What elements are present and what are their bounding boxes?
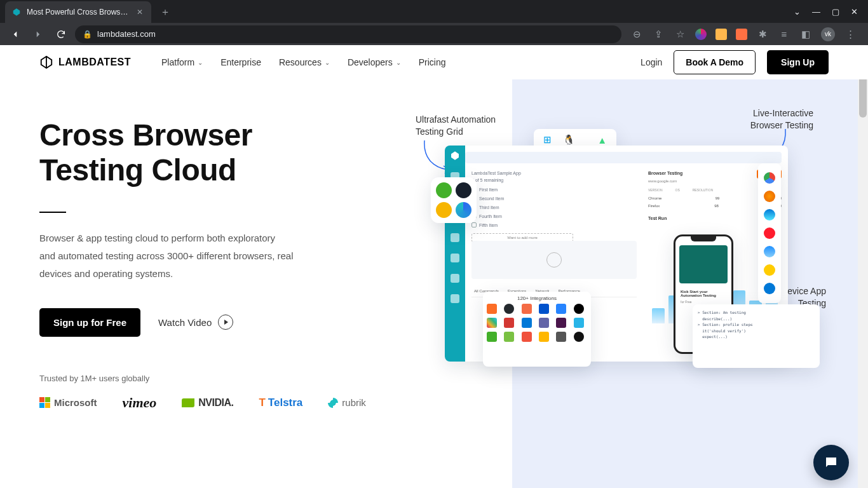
selenium-icon xyxy=(436,182,452,198)
dash-video xyxy=(471,241,637,279)
brand-microsoft: Microsoft xyxy=(39,397,97,408)
hero-left: Cross Browser Testing Cloud Browser & ap… xyxy=(39,118,363,411)
integration-icon xyxy=(539,332,549,342)
nav-platform[interactable]: Platform⌄ xyxy=(161,57,203,67)
chevron-down-icon: ⌄ xyxy=(198,59,203,66)
logo-icon xyxy=(450,151,460,161)
nav-pricing[interactable]: Pricing xyxy=(419,57,446,67)
profile-avatar[interactable]: vk xyxy=(821,27,835,41)
extension-icon[interactable] xyxy=(695,29,707,40)
signup-button[interactable]: Sign Up xyxy=(767,50,829,74)
integrations-title: 120+ Integrations xyxy=(487,295,587,301)
circleci-icon xyxy=(574,304,584,314)
tool-badge xyxy=(431,177,477,223)
dash-topbar xyxy=(465,152,782,163)
login-link[interactable]: Login xyxy=(641,57,662,67)
tab-favicon-icon xyxy=(11,7,22,17)
yandex-icon xyxy=(764,264,775,276)
trusted-section: Trusted by 1M+ users globally Microsoft … xyxy=(39,374,363,411)
watch-video-label: Watch Video xyxy=(158,317,212,328)
extension-icon[interactable] xyxy=(736,29,747,40)
window-controls: ⌄ — ▢ ✕ xyxy=(794,0,868,23)
hero-divider xyxy=(39,212,66,213)
new-tab-button[interactable]: ＋ xyxy=(156,3,174,21)
main-nav: Platform⌄ Enterprise Resources⌄ Develope… xyxy=(161,57,445,67)
list-item: Fourth Item xyxy=(471,212,573,220)
ie-icon xyxy=(764,283,775,294)
kebab-menu-icon[interactable]: ⋮ xyxy=(844,28,857,41)
chevron-down-icon: ⌄ xyxy=(396,59,401,66)
maximize-icon[interactable]: ▢ xyxy=(832,7,839,17)
chat-fab[interactable] xyxy=(813,445,849,480)
integration-icon xyxy=(522,332,532,342)
integration-icon xyxy=(504,332,514,342)
tab-title: Most Powerful Cross Browser Tes xyxy=(27,8,130,17)
page-content: LAMBDATEST Platform⌄ Enterprise Resource… xyxy=(0,45,868,488)
playlist-icon[interactable]: ≡ xyxy=(778,28,790,41)
omnibox[interactable]: 🔒 lambdatest.com xyxy=(75,25,621,43)
github-icon xyxy=(504,304,514,314)
sidebar-icon xyxy=(451,294,459,303)
chrome-icon xyxy=(764,172,775,184)
jenkins-icon xyxy=(504,318,514,328)
nav-resources[interactable]: Resources⌄ xyxy=(279,57,330,67)
nav-developers[interactable]: Developers⌄ xyxy=(348,57,401,67)
rubrik-icon xyxy=(328,398,338,408)
edge-icon xyxy=(764,209,775,220)
sample-app-title: LambdaTest Sample App xyxy=(471,171,573,175)
phone-sub: for Free xyxy=(675,300,731,304)
nvidia-icon xyxy=(182,398,194,407)
trusted-logos: Microsoft vimeo NVIDIA. TTelstra rubrik xyxy=(39,395,363,411)
signup-free-button[interactable]: Sign up for Free xyxy=(39,308,140,337)
minimize-icon[interactable]: — xyxy=(812,7,820,17)
extension-icon[interactable] xyxy=(715,29,727,40)
teams-icon xyxy=(539,318,549,328)
close-window-icon[interactable]: ✕ xyxy=(851,7,858,17)
sidebar-icon xyxy=(451,274,459,283)
brand-rubrik: rubrik xyxy=(328,397,366,408)
tab-bar: Most Powerful Cross Browser Tes ✕ ＋ ⌄ — … xyxy=(0,0,868,23)
zoom-icon[interactable]: ⊖ xyxy=(630,28,643,41)
list-item: First Item xyxy=(471,185,573,194)
logo-icon xyxy=(39,55,53,69)
browser-tab[interactable]: Most Powerful Cross Browser Tes ✕ xyxy=(5,1,151,23)
asana-icon xyxy=(522,304,532,314)
extensions-puzzle-icon[interactable]: ✱ xyxy=(756,28,769,41)
chevron-down-icon[interactable]: ⌄ xyxy=(794,7,801,17)
firefox-icon xyxy=(764,191,775,202)
code-panel: > Section: Am testing describe(...) > Se… xyxy=(693,304,820,368)
slack-icon xyxy=(487,318,497,328)
chat-icon xyxy=(824,455,839,470)
back-button[interactable] xyxy=(6,25,24,43)
share-icon[interactable]: ⇪ xyxy=(652,28,665,41)
omnibox-url: lambdatest.com xyxy=(97,29,156,39)
safari-icon xyxy=(764,246,775,257)
callout-automation: Ultrafast Automation Testing Grid xyxy=(416,114,511,138)
integration-icon xyxy=(556,318,566,328)
integrations-panel: 120+ Integrations xyxy=(483,292,591,367)
browser-strip xyxy=(758,163,781,303)
play-icon xyxy=(218,315,233,330)
watch-video-link[interactable]: Watch Video xyxy=(158,315,233,330)
side-panel-icon[interactable]: ◧ xyxy=(799,28,812,41)
phone-headline: Kick Start your Automation Testing xyxy=(675,287,731,300)
brand-nvidia: NVIDIA. xyxy=(182,397,233,409)
reload-button[interactable] xyxy=(52,25,70,43)
dash-sample-app: LambdaTest Sample App 5 of 5 remaining F… xyxy=(471,171,573,242)
opera-icon xyxy=(764,227,775,239)
chevron-down-icon: ⌄ xyxy=(325,59,330,66)
star-icon[interactable]: ☆ xyxy=(674,28,686,41)
telstra-icon: T xyxy=(259,396,265,409)
sample-remaining: 5 of 5 remaining xyxy=(471,178,573,182)
brand-telstra: TTelstra xyxy=(259,396,302,409)
book-demo-button[interactable]: Book A Demo xyxy=(674,50,756,74)
site-logo[interactable]: LAMBDATEST xyxy=(39,55,131,69)
close-icon[interactable]: ✕ xyxy=(135,7,145,17)
forward-button[interactable] xyxy=(29,25,47,43)
nav-enterprise[interactable]: Enterprise xyxy=(220,57,261,67)
hero-description: Browser & app testing cloud to perform b… xyxy=(39,229,294,282)
windows-icon: ⊞ xyxy=(543,134,552,146)
address-bar: 🔒 lambdatest.com ⊖ ⇪ ☆ ✱ ≡ ◧ vk ⋮ xyxy=(0,23,868,45)
integrations-grid xyxy=(487,304,587,342)
sidebar-icon xyxy=(451,254,459,262)
